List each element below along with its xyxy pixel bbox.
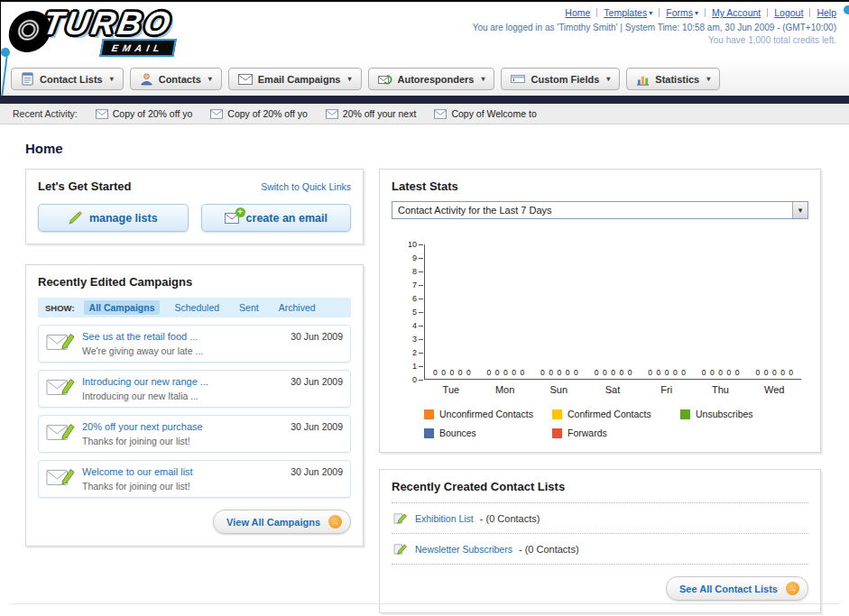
- campaign-title-link[interactable]: Introducing our new range ...: [82, 376, 283, 387]
- latest-stats-panel: Latest Stats Contact Activity for the La…: [379, 169, 821, 453]
- contact-activity-chart: 109876543210 000000000000000000000000000…: [424, 244, 801, 395]
- x-axis-label: Wed: [747, 384, 801, 395]
- chevron-down-icon: ▾: [706, 75, 710, 83]
- legend-item: Unsubscribes: [680, 409, 808, 419]
- top-link-my-account[interactable]: My Account: [712, 7, 761, 18]
- manage-lists-button[interactable]: manage lists: [38, 204, 189, 232]
- tab-contact-lists[interactable]: Contact Lists ▾: [11, 68, 124, 90]
- campaign-subtitle: We're giving away our late ...: [82, 345, 283, 356]
- bar-value-labels: 00000: [479, 368, 533, 377]
- tab-label: Statistics: [655, 74, 699, 85]
- bar-value-labels: 00000: [640, 368, 694, 377]
- chevron-down-icon: ▾: [649, 9, 652, 17]
- campaign-title-link[interactable]: Welcome to our email list: [82, 466, 283, 477]
- recent-activity-label: Recent Activity:: [13, 108, 78, 119]
- contact-list-row: Exhibition List - (0 Contacts): [392, 503, 808, 534]
- contact-lists-list: Exhibition List - (0 Contacts) Newslette…: [392, 502, 808, 565]
- filter-all-campaigns[interactable]: All Campaigns: [84, 300, 161, 315]
- top-link-home[interactable]: Home: [565, 7, 590, 18]
- legend-item: Unconfirmed Contacts: [424, 409, 552, 419]
- chevron-down-icon: ▾: [481, 75, 484, 83]
- chart-column: 00000: [640, 244, 694, 379]
- contacts-icon: [140, 72, 153, 86]
- edit-campaign-icon: [46, 331, 75, 353]
- filter-sent[interactable]: Sent: [234, 300, 264, 315]
- tab-label: Custom Fields: [531, 74, 599, 85]
- logo-subtitle: EMAIL: [99, 39, 176, 57]
- filter-archived[interactable]: Archived: [273, 300, 321, 315]
- tab-email-campaigns[interactable]: Email Campaigns ▾: [228, 68, 362, 90]
- y-axis-tick: 7: [412, 280, 423, 290]
- recent-activity-item[interactable]: Copy of 20% off yo: [210, 108, 308, 119]
- main-content: Home Let's Get Started Switch to Quick L…: [0, 124, 849, 613]
- main-nav: Contact Lists ▾ Contacts ▾ Email Campaig…: [0, 61, 849, 96]
- campaign-row: Introducing our new range ... Introducin…: [38, 370, 351, 408]
- recent-contact-lists-panel: Recently Created Contact Lists Exhibitio…: [379, 469, 821, 613]
- chart-column: 00000: [425, 244, 479, 379]
- campaign-title-link[interactable]: 20% off your next purchase: [82, 421, 283, 432]
- x-axis-label: Sat: [586, 384, 640, 395]
- divider: [659, 8, 660, 17]
- app-window: TURBO EMAIL Home Templates ▾ Forms ▾ My …: [0, 0, 849, 616]
- campaign-row: Welcome to our email list Thanks for joi…: [38, 460, 351, 498]
- switch-quick-links-link[interactable]: Switch to Quick Links: [261, 181, 351, 192]
- campaign-subtitle: Thanks for joining our list!: [82, 481, 283, 492]
- credits-info: You have 1,000 total credits left.: [473, 35, 836, 45]
- tab-autoresponders[interactable]: Autoresponders ▾: [368, 68, 495, 90]
- latest-stats-title: Latest Stats: [392, 179, 808, 193]
- campaign-date: 30 Jun 2009: [291, 376, 343, 387]
- chart-y-axis: 109876543210: [397, 244, 422, 380]
- show-label: SHOW:: [45, 303, 75, 313]
- campaign-title-link[interactable]: See us at the retail food ...: [82, 331, 283, 342]
- recent-activity-item[interactable]: Copy of Welcome to: [434, 108, 536, 119]
- chevron-down-icon: ▾: [110, 75, 114, 83]
- x-axis-label: Tue: [424, 384, 478, 395]
- campaigns-title: Recently Edited Campaigns: [38, 275, 351, 289]
- activity-item-label: Copy of 20% off yo: [113, 108, 193, 119]
- decorative-dot-right: [844, 5, 849, 14]
- login-info: You are logged in as 'Timothy Smith' | S…: [473, 23, 836, 32]
- pencil-icon: [69, 211, 82, 225]
- edit-list-icon: [393, 511, 409, 525]
- chevron-down-icon: ▾: [347, 75, 351, 83]
- x-axis-label: Mon: [478, 384, 532, 395]
- chart-column: 00000: [747, 244, 801, 379]
- divider: [809, 8, 810, 17]
- y-axis-tick: 6: [412, 294, 423, 303]
- legend-item: Forwards: [552, 428, 680, 438]
- filter-scheduled[interactable]: Scheduled: [169, 300, 225, 315]
- content-bottom-divider: [9, 603, 840, 604]
- campaign-date: 30 Jun 2009: [291, 331, 343, 342]
- chart-x-axis: TueMonSunSatFriThuWed: [424, 384, 801, 395]
- see-all-contact-lists-button[interactable]: See All Contact Lists →: [666, 576, 808, 601]
- tab-custom-fields[interactable]: Custom Fields ▾: [501, 68, 620, 90]
- create-email-button[interactable]: + create an email: [201, 204, 352, 232]
- bar-value-labels: 00000: [747, 368, 801, 377]
- top-link-forms[interactable]: Forms: [666, 7, 693, 18]
- chevron-down-icon: ▾: [208, 75, 212, 83]
- campaign-date: 30 Jun 2009: [291, 466, 343, 477]
- recent-activity-item[interactable]: 20% off your next: [326, 108, 417, 119]
- campaign-date: 30 Jun 2009: [291, 421, 343, 432]
- view-all-campaigns-button[interactable]: View All Campaigns →: [213, 510, 351, 534]
- recent-activity-item[interactable]: Copy of 20% off yo: [96, 108, 193, 119]
- contact-list-link[interactable]: Exhibition List: [415, 513, 474, 524]
- chevron-down-icon: ▾: [792, 202, 807, 218]
- tab-statistics[interactable]: Statistics ▾: [626, 68, 720, 90]
- contact-list-link[interactable]: Newsletter Subscribers: [415, 544, 512, 555]
- y-axis-tick: 9: [412, 253, 423, 262]
- y-axis-tick: 0: [412, 375, 423, 384]
- tab-contacts[interactable]: Contacts ▾: [130, 68, 222, 90]
- top-link-help[interactable]: Help: [817, 7, 836, 18]
- chart-plot-area: 00000000000000000000000000000000000: [424, 244, 801, 380]
- top-link-logout[interactable]: Logout: [774, 7, 803, 18]
- y-axis-tick: 8: [412, 267, 423, 276]
- stats-range-select[interactable]: Contact Activity for the Last 7 Days ▾: [392, 201, 808, 219]
- tab-label: Contact Lists: [40, 74, 103, 85]
- activity-item-label: Copy of 20% off yo: [227, 108, 308, 119]
- create-email-label: create an email: [246, 212, 328, 225]
- getting-started-title: Let's Get Started: [38, 179, 132, 193]
- top-link-templates[interactable]: Templates: [604, 7, 647, 18]
- y-axis-tick: 10: [408, 240, 423, 249]
- nav-accent-bar: [0, 96, 849, 104]
